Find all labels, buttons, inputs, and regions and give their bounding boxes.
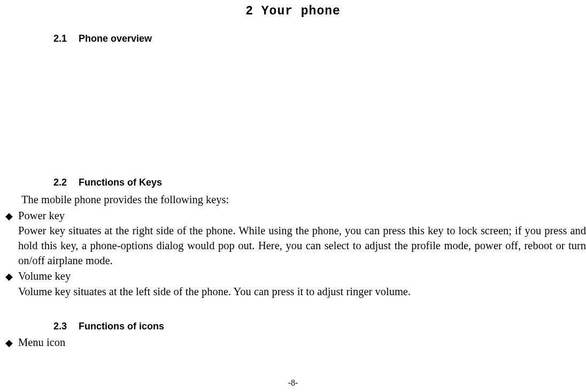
section-number: 2.1 — [53, 33, 67, 44]
list-item: ◆ Menu icon — [0, 335, 586, 350]
diamond-icon: ◆ — [0, 336, 18, 350]
page-number: -8- — [0, 378, 586, 388]
diamond-icon: ◆ — [0, 210, 18, 223]
diamond-icon: ◆ — [0, 270, 18, 283]
section-title: Functions of Keys — [79, 177, 162, 188]
section-number: 2.2 — [53, 177, 67, 188]
page-title: 2 Your phone — [0, 0, 586, 18]
list-item: ◆ Power key Power key situates at the ri… — [0, 209, 586, 268]
bullet-description: Volume key situates at the left side of … — [18, 285, 586, 299]
list-item: ◆ Volume key Volume key situates at the … — [0, 269, 586, 299]
bullet-label: Volume key — [18, 269, 586, 284]
bullet-label: Power key — [18, 209, 586, 224]
section-heading-keys: 2.2Functions of Keys — [53, 177, 586, 188]
section-heading-icons: 2.3Functions of icons — [53, 321, 586, 332]
section-number: 2.3 — [53, 321, 67, 332]
section-title: Functions of icons — [79, 321, 164, 332]
bullet-label: Menu icon — [18, 335, 586, 350]
bullet-description: Power key situates at the right side of … — [18, 224, 586, 268]
intro-text: The mobile phone provides the following … — [21, 193, 586, 207]
section-heading-overview: 2.1Phone overview — [53, 33, 586, 44]
section-title: Phone overview — [79, 33, 152, 44]
